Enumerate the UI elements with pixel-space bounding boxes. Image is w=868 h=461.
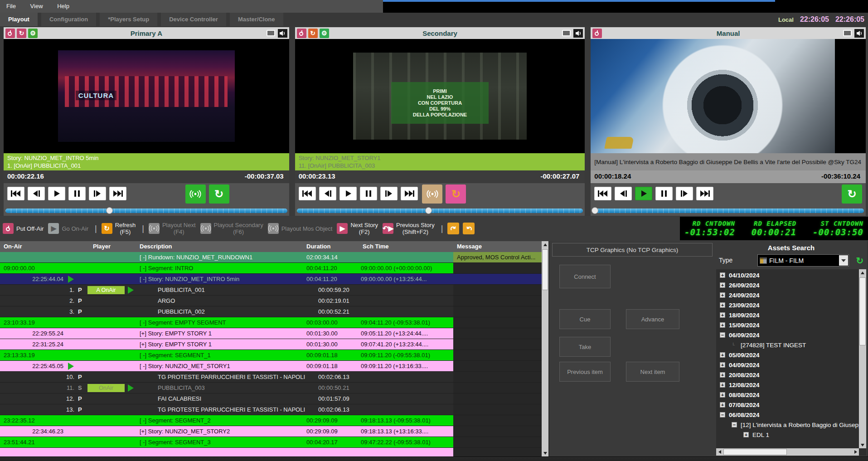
table-row[interactable]: 22:25:44.04[ -] Story: NUNZIO_MET_INTRO … bbox=[0, 274, 542, 285]
scrollbar-thumb[interactable] bbox=[859, 277, 866, 345]
step-back-button[interactable] bbox=[615, 187, 632, 200]
tree-item[interactable]: +12/08/2024 bbox=[716, 380, 859, 390]
skip-forward-button[interactable] bbox=[696, 187, 713, 200]
broadcast-button[interactable] bbox=[422, 184, 442, 204]
menu-file[interactable]: File bbox=[0, 0, 22, 10]
scroll-down-icon[interactable] bbox=[542, 450, 548, 456]
step-forward-button[interactable] bbox=[89, 187, 106, 200]
tree-item[interactable]: −[12] L'intervista a Roberto Baggio di G… bbox=[716, 420, 859, 430]
step-forward-button[interactable] bbox=[676, 187, 693, 200]
play-button[interactable] bbox=[48, 187, 65, 200]
monitor-icon[interactable] bbox=[267, 30, 275, 36]
table-row[interactable]: 1.PA OnAirPUBBLICITA_00100:00:59.20 bbox=[0, 285, 542, 296]
cue-button[interactable]: Cue bbox=[559, 309, 611, 329]
expand-icon[interactable]: + bbox=[720, 382, 725, 388]
arrow-up-left-button[interactable]: ↶ bbox=[463, 223, 475, 234]
tree-vertical-scrollbar[interactable] bbox=[859, 269, 866, 448]
table-row[interactable]: 23:13:33.19[ -] Segment: SEGMENT_100:09:… bbox=[0, 350, 542, 361]
scrollbar-thumb[interactable] bbox=[723, 449, 787, 455]
tree-item[interactable]: +04/10/2024 bbox=[716, 270, 859, 280]
pause-button[interactable] bbox=[360, 187, 377, 200]
play-button[interactable] bbox=[635, 187, 652, 200]
type-dropdown[interactable]: FILM - FILM bbox=[757, 254, 849, 267]
slider-thumb[interactable] bbox=[425, 207, 432, 214]
table-row[interactable]: 12.PFAI CALABRESI00:01:57.09 bbox=[0, 393, 542, 404]
tree-item[interactable]: +EDL 1 bbox=[716, 430, 859, 440]
tree-item[interactable]: +08/08/2024 bbox=[716, 390, 859, 400]
tree-item[interactable]: +26/09/2024 bbox=[716, 280, 859, 290]
play-button[interactable] bbox=[339, 187, 357, 200]
tree-item[interactable]: −06/09/2024 bbox=[716, 330, 859, 340]
table-row[interactable]: 09:00:00.00[ -] Segment: INTRO00:04:11.2… bbox=[0, 263, 542, 274]
seek-slider[interactable] bbox=[295, 206, 585, 216]
step-back-button[interactable] bbox=[319, 187, 336, 200]
expand-icon[interactable]: + bbox=[720, 362, 725, 368]
expand-icon[interactable]: + bbox=[720, 312, 725, 318]
tab-device-controller[interactable]: Device Controller bbox=[161, 13, 226, 26]
expand-icon[interactable]: + bbox=[720, 392, 725, 398]
tab-master-clone[interactable]: Master/Clone bbox=[230, 13, 283, 26]
table-scrollbar[interactable] bbox=[542, 241, 548, 456]
advance-button[interactable]: Advance bbox=[626, 309, 679, 329]
tree-item[interactable]: +20/08/2024 bbox=[716, 370, 859, 380]
expand-icon[interactable]: + bbox=[743, 432, 749, 437]
assets-refresh-icon[interactable]: ↻ bbox=[854, 255, 865, 266]
table-row[interactable]: 23:22:35.12[ -] Segment: SEGMENT_200:29:… bbox=[0, 415, 542, 426]
loop-button[interactable]: ↻ bbox=[209, 184, 229, 204]
seek-slider[interactable] bbox=[4, 206, 289, 216]
refresh-button[interactable]: ↻ Refresh(F5) bbox=[102, 222, 136, 235]
tab-playout[interactable]: Playout bbox=[0, 13, 38, 26]
tree-item[interactable]: +04/09/2024 bbox=[716, 360, 859, 370]
table-row[interactable]: 22:31:25.24[+] Story: EMPTY STORY 100:01… bbox=[0, 339, 542, 350]
skip-forward-button[interactable] bbox=[109, 187, 126, 200]
table-row[interactable]: 2.PARGO00:02:19.01 bbox=[0, 296, 542, 306]
next-story-button[interactable]: ▶ Next Story(F2) bbox=[337, 222, 378, 235]
collapse-icon[interactable]: − bbox=[732, 422, 737, 427]
speaker-icon[interactable] bbox=[854, 29, 864, 38]
monitor-icon[interactable] bbox=[562, 30, 571, 36]
expand-icon[interactable]: + bbox=[720, 272, 725, 278]
collapse-icon[interactable]: − bbox=[720, 332, 725, 338]
tree-item[interactable]: +05/09/2024 bbox=[716, 350, 859, 360]
tree-item[interactable]: +24/09/2024 bbox=[716, 290, 859, 300]
table-row[interactable]: 23:51:44.21[ -] Segment: SEGMENT_300:04:… bbox=[0, 437, 542, 448]
scroll-down-icon[interactable] bbox=[859, 442, 866, 448]
expand-icon[interactable]: + bbox=[720, 372, 725, 378]
scrollbar-thumb[interactable] bbox=[542, 249, 548, 290]
table-row[interactable]: 23:10:33.19[ -] Segment: EMPTY SEGMENT00… bbox=[0, 317, 542, 328]
table-row[interactable]: 11.SOnAirPUBBLICITA_00300:00:50.21 bbox=[0, 383, 542, 393]
expand-icon[interactable]: + bbox=[720, 402, 725, 408]
menu-help[interactable]: Help bbox=[51, 0, 76, 10]
table-row[interactable]: 22:29:55.24[+] Story: EMPTY STORY 100:01… bbox=[0, 328, 542, 339]
tree-item[interactable]: +18/09/2024 bbox=[716, 310, 859, 320]
skip-back-button[interactable] bbox=[7, 187, 24, 200]
playout-secondary-button[interactable]: Playout Secondary(F6) bbox=[200, 222, 263, 235]
collapse-icon[interactable]: − bbox=[720, 412, 725, 417]
tree-item[interactable]: +23/09/2024 bbox=[716, 300, 859, 310]
chevron-down-icon[interactable] bbox=[839, 255, 848, 266]
pause-button[interactable] bbox=[68, 187, 86, 200]
step-back-button[interactable] bbox=[28, 187, 45, 200]
previous-item-button[interactable]: Previous item bbox=[559, 362, 611, 382]
speaker-icon[interactable] bbox=[278, 29, 287, 38]
tree-item[interactable]: └[274828] TEST INGEST bbox=[716, 340, 859, 350]
table-row[interactable]: 10.PTG PROTESTE PARRUCCHIERI E TASSISTI … bbox=[0, 372, 542, 383]
menu-view[interactable]: View bbox=[24, 0, 49, 10]
scroll-up-icon[interactable] bbox=[859, 269, 866, 276]
table-row[interactable]: 3.PPUBBLICITA_00200:00:52.21 bbox=[0, 306, 542, 317]
seek-slider[interactable] bbox=[591, 206, 866, 216]
previous-story-button[interactable]: ↶▶ Previous Story(Shift+F2) bbox=[383, 222, 435, 235]
tree-item[interactable]: −06/08/2024 bbox=[716, 410, 859, 420]
scroll-right-icon[interactable] bbox=[852, 448, 859, 455]
tree-horizontal-scrollbar[interactable] bbox=[716, 448, 859, 456]
slider-thumb[interactable] bbox=[106, 207, 113, 214]
tab-configuration[interactable]: Configuration bbox=[41, 13, 96, 26]
pause-button[interactable] bbox=[655, 187, 673, 200]
scroll-up-icon[interactable] bbox=[542, 241, 548, 248]
table-row[interactable] bbox=[0, 448, 542, 456]
skip-back-button[interactable] bbox=[299, 187, 316, 200]
tab-players-setup[interactable]: *Players Setup bbox=[100, 13, 157, 26]
loop-button[interactable]: ↻ bbox=[446, 184, 466, 204]
arrow-up-right-button[interactable]: ↷ bbox=[447, 223, 459, 234]
monitor-icon[interactable] bbox=[843, 30, 852, 36]
